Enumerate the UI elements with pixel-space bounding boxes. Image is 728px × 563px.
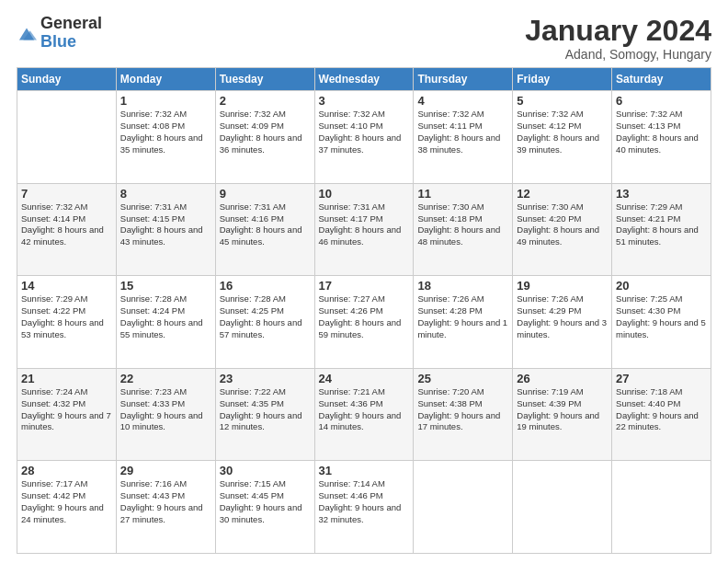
logo: General Blue [17,15,102,52]
day-info: Sunrise: 7:30 AMSunset: 4:20 PMDaylight:… [517,201,608,248]
day-cell: 20Sunrise: 7:25 AMSunset: 4:30 PMDayligh… [612,276,711,369]
day-info: Sunrise: 7:16 AMSunset: 4:43 PMDaylight:… [120,478,211,525]
day-cell: 19Sunrise: 7:26 AMSunset: 4:29 PMDayligh… [513,276,612,369]
day-cell [17,91,117,184]
day-number: 30 [220,464,311,477]
week-row-4: 21Sunrise: 7:24 AMSunset: 4:32 PMDayligh… [17,368,711,461]
day-header-saturday: Saturday [612,68,711,91]
day-cell: 25Sunrise: 7:20 AMSunset: 4:38 PMDayligh… [414,368,513,461]
day-number: 18 [417,279,508,293]
day-info: Sunrise: 7:31 AMSunset: 4:16 PMDaylight:… [220,201,311,248]
day-header-tuesday: Tuesday [215,68,314,91]
day-info: Sunrise: 7:31 AMSunset: 4:15 PMDaylight:… [120,201,211,248]
day-number: 25 [417,372,508,385]
day-cell: 8Sunrise: 7:31 AMSunset: 4:15 PMDaylight… [116,183,215,276]
day-cell: 13Sunrise: 7:29 AMSunset: 4:21 PMDayligh… [612,183,711,276]
day-info: Sunrise: 7:32 AMSunset: 4:13 PMDaylight:… [616,109,707,155]
day-number: 11 [417,187,508,201]
day-header-wednesday: Wednesday [314,68,414,91]
day-cell: 12Sunrise: 7:30 AMSunset: 4:20 PMDayligh… [513,183,612,276]
location-subtitle: Adand, Somogy, Hungary [525,47,711,62]
day-cell: 22Sunrise: 7:23 AMSunset: 4:33 PMDayligh… [116,368,215,461]
day-info: Sunrise: 7:25 AMSunset: 4:30 PMDaylight:… [616,293,707,340]
day-cell: 3Sunrise: 7:32 AMSunset: 4:10 PMDaylight… [314,91,414,184]
day-info: Sunrise: 7:32 AMSunset: 4:11 PMDaylight:… [417,109,508,155]
day-number: 20 [616,279,707,293]
week-row-3: 14Sunrise: 7:29 AMSunset: 4:22 PMDayligh… [17,276,711,369]
day-number: 5 [517,94,608,108]
day-header-friday: Friday [513,68,612,91]
day-info: Sunrise: 7:22 AMSunset: 4:35 PMDaylight:… [220,386,311,433]
day-cell: 6Sunrise: 7:32 AMSunset: 4:13 PMDaylight… [612,91,711,184]
header-row: SundayMondayTuesdayWednesdayThursdayFrid… [17,68,711,91]
day-cell [612,461,711,554]
day-info: Sunrise: 7:31 AMSunset: 4:17 PMDaylight:… [319,201,410,248]
week-row-5: 28Sunrise: 7:17 AMSunset: 4:42 PMDayligh… [17,461,711,554]
day-number: 17 [319,279,410,293]
day-number: 31 [319,464,410,477]
day-cell: 27Sunrise: 7:18 AMSunset: 4:40 PMDayligh… [612,368,711,461]
day-cell: 10Sunrise: 7:31 AMSunset: 4:17 PMDayligh… [314,183,414,276]
day-info: Sunrise: 7:20 AMSunset: 4:38 PMDaylight:… [417,386,508,433]
title-block: January 2024 Adand, Somogy, Hungary [525,15,711,62]
calendar-table: SundayMondayTuesdayWednesdayThursdayFrid… [17,67,711,554]
day-number: 9 [220,187,311,201]
day-info: Sunrise: 7:29 AMSunset: 4:22 PMDaylight:… [21,293,112,340]
header: General Blue January 2024 Adand, Somogy,… [17,15,711,62]
day-number: 12 [517,187,608,201]
day-header-thursday: Thursday [414,68,513,91]
day-number: 4 [417,94,508,108]
day-info: Sunrise: 7:32 AMSunset: 4:09 PMDaylight:… [220,109,311,155]
day-number: 16 [220,279,311,293]
week-row-1: 1Sunrise: 7:32 AMSunset: 4:08 PMDaylight… [17,91,711,184]
day-info: Sunrise: 7:17 AMSunset: 4:42 PMDaylight:… [21,478,112,525]
day-cell: 18Sunrise: 7:26 AMSunset: 4:28 PMDayligh… [414,276,513,369]
day-number: 26 [517,372,608,385]
day-info: Sunrise: 7:14 AMSunset: 4:46 PMDaylight:… [319,478,410,525]
day-info: Sunrise: 7:27 AMSunset: 4:26 PMDaylight:… [319,293,410,340]
day-info: Sunrise: 7:21 AMSunset: 4:36 PMDaylight:… [319,386,410,433]
day-info: Sunrise: 7:18 AMSunset: 4:40 PMDaylight:… [616,386,707,433]
day-cell: 11Sunrise: 7:30 AMSunset: 4:18 PMDayligh… [414,183,513,276]
day-cell: 26Sunrise: 7:19 AMSunset: 4:39 PMDayligh… [513,368,612,461]
day-number: 1 [120,94,211,108]
day-number: 6 [616,94,707,108]
day-info: Sunrise: 7:26 AMSunset: 4:28 PMDaylight:… [417,293,508,340]
day-cell: 16Sunrise: 7:28 AMSunset: 4:25 PMDayligh… [215,276,314,369]
day-number: 27 [616,372,707,385]
day-cell: 5Sunrise: 7:32 AMSunset: 4:12 PMDaylight… [513,91,612,184]
month-title: January 2024 [525,15,711,47]
day-number: 3 [319,94,410,108]
day-header-monday: Monday [116,68,215,91]
day-number: 23 [220,372,311,385]
day-number: 29 [120,464,211,477]
logo-icon [17,24,37,44]
day-info: Sunrise: 7:23 AMSunset: 4:33 PMDaylight:… [120,386,211,433]
day-info: Sunrise: 7:32 AMSunset: 4:14 PMDaylight:… [21,201,112,248]
day-info: Sunrise: 7:32 AMSunset: 4:10 PMDaylight:… [319,109,410,155]
day-number: 19 [517,279,608,293]
day-info: Sunrise: 7:32 AMSunset: 4:12 PMDaylight:… [517,109,608,155]
day-cell: 21Sunrise: 7:24 AMSunset: 4:32 PMDayligh… [17,368,117,461]
logo-text: General Blue [40,15,102,52]
day-cell: 17Sunrise: 7:27 AMSunset: 4:26 PMDayligh… [314,276,414,369]
logo-general: General [40,15,102,33]
day-info: Sunrise: 7:19 AMSunset: 4:39 PMDaylight:… [517,386,608,433]
day-cell: 9Sunrise: 7:31 AMSunset: 4:16 PMDaylight… [215,183,314,276]
day-cell: 23Sunrise: 7:22 AMSunset: 4:35 PMDayligh… [215,368,314,461]
day-info: Sunrise: 7:28 AMSunset: 4:24 PMDaylight:… [120,293,211,340]
day-cell: 24Sunrise: 7:21 AMSunset: 4:36 PMDayligh… [314,368,414,461]
day-number: 28 [21,464,112,477]
day-cell [513,461,612,554]
calendar-page: General Blue January 2024 Adand, Somogy,… [0,0,728,563]
day-info: Sunrise: 7:29 AMSunset: 4:21 PMDaylight:… [616,201,707,248]
day-cell: 14Sunrise: 7:29 AMSunset: 4:22 PMDayligh… [17,276,117,369]
day-cell: 4Sunrise: 7:32 AMSunset: 4:11 PMDaylight… [414,91,513,184]
day-header-sunday: Sunday [17,68,117,91]
day-number: 24 [319,372,410,385]
day-cell: 31Sunrise: 7:14 AMSunset: 4:46 PMDayligh… [314,461,414,554]
day-cell: 7Sunrise: 7:32 AMSunset: 4:14 PMDaylight… [17,183,117,276]
day-cell: 15Sunrise: 7:28 AMSunset: 4:24 PMDayligh… [116,276,215,369]
day-info: Sunrise: 7:24 AMSunset: 4:32 PMDaylight:… [21,386,112,433]
day-cell: 30Sunrise: 7:15 AMSunset: 4:45 PMDayligh… [215,461,314,554]
